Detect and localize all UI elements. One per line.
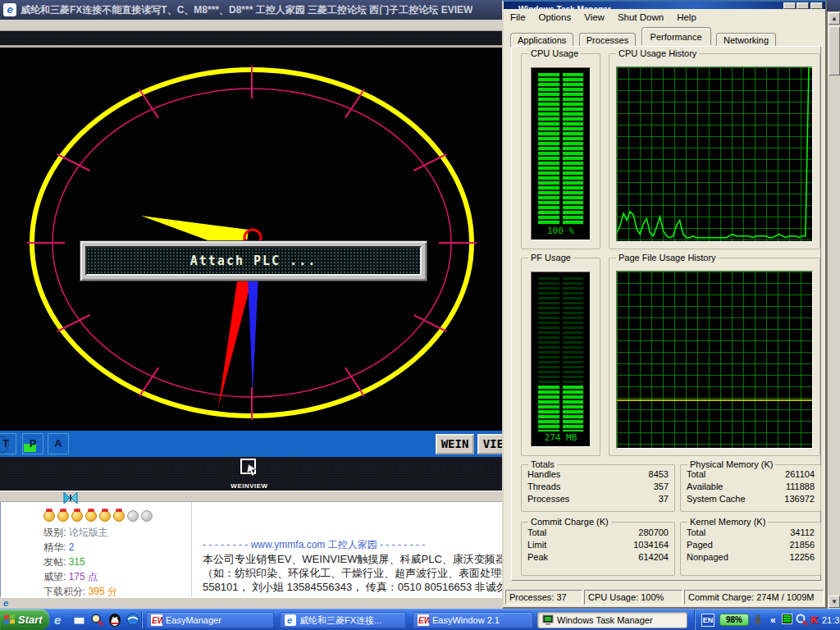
qq-penguin-icon[interactable] <box>108 613 122 627</box>
pf-usage-group: PF Usage 274 MB <box>521 258 600 456</box>
power-plug-icon[interactable] <box>752 614 764 626</box>
totals-group: Totals Handles8453 Threads357 Processes3… <box>521 464 675 512</box>
tray-clock: 21:30 <box>822 614 840 627</box>
windows-logo-icon <box>4 614 15 625</box>
physical-memory-group: Physical Memory (K) Total261104 Availabl… <box>680 464 821 512</box>
signature-line: （如：纺织印染、环保化工、干燥行业、超声波行业、表面处理行业、照 <box>203 566 503 580</box>
battery-indicator[interactable]: 98% <box>719 614 749 626</box>
tray-collapse-chevron[interactable]: « <box>770 614 776 627</box>
taskbar-button-easymanager[interactable]: EW EasyManager <box>146 612 274 628</box>
tab-networking[interactable]: Networking <box>716 33 776 47</box>
clock-graphic <box>0 48 502 431</box>
taskbar-button-taskmgr[interactable]: Windows Task Manager <box>537 612 687 628</box>
stat-prestige: 威望: 175 点 <box>43 569 117 584</box>
taskmgr-tabs: Applications Processes Performance Netwo… <box>510 27 819 47</box>
attach-plc-dialog-body: Attach PLC ... <box>85 246 422 276</box>
scroll-up-arrow-icon[interactable]: ▲ <box>829 12 840 25</box>
kernel-memory-group: Kernel Memory (K) Total34112 Paged21856 … <box>680 522 821 576</box>
ie-icon: e <box>285 614 296 626</box>
magnifier-tray-icon[interactable] <box>796 614 808 626</box>
totals-handles: Handles8453 <box>522 468 674 481</box>
maximize-button[interactable] <box>797 2 809 9</box>
close-button[interactable] <box>810 2 823 9</box>
taskbar-button-easywindow[interactable]: EW EasyWindow 2.1 <box>413 612 533 628</box>
taskmgr-titlebar[interactable]: Windows Task Manager <box>504 2 825 9</box>
hmi-button-wein[interactable]: WEIN <box>436 434 474 454</box>
browser-scrollbar[interactable]: ▲ ▼ <box>827 11 840 609</box>
gold-medal-icon <box>113 510 125 522</box>
taskbar-button-browser[interactable]: e 威纶和三菱FX连接... <box>280 612 406 628</box>
menu-shutdown[interactable]: Shut Down <box>611 12 670 22</box>
status-commit-charge: Commit Charge: 274M / 1009M <box>684 590 824 605</box>
cpu-history-group: CPU Usage History <box>609 53 820 249</box>
cpu-history-graph <box>616 66 813 242</box>
kernel-paged: Paged21856 <box>681 539 820 551</box>
taskmgr-tray-icon[interactable] <box>782 614 792 624</box>
physmem-total: Total261104 <box>681 468 820 481</box>
status-cpu-usage: CPU Usage: 100% <box>584 590 682 605</box>
start-button[interactable]: Start <box>0 609 49 630</box>
browser-content: 级别: 论坛版主 精华: 2 发帖: 315 威望: 175 点 下载积分: 3… <box>0 502 504 597</box>
stat-download-points: 下载积分: 395 分 <box>43 584 117 597</box>
search-magnifier-icon[interactable] <box>90 613 104 627</box>
browser-statusbar: e <box>0 597 504 609</box>
svg-text:e: e <box>287 615 292 625</box>
shortcut-window-icon[interactable] <box>72 613 86 627</box>
gold-medal-icon <box>71 510 83 522</box>
cpu-usage-group: CPU Usage 100 % <box>521 53 600 249</box>
taskbar: Start e EW EasyManager e 威纶和三菱FX连接 <box>0 609 840 630</box>
signature-line: 本公司专业销售EV、WEINVIEW触摸屏、科威PLC、康沃变频器、日本高 <box>203 552 503 566</box>
pf-usage-meter: 274 MB <box>531 272 591 447</box>
antivirus-tray-icon[interactable]: K <box>810 614 818 626</box>
menu-view[interactable]: View <box>578 12 611 22</box>
menu-file[interactable]: File <box>504 12 532 22</box>
media-player-icon[interactable] <box>126 613 140 627</box>
hmi-button-p[interactable]: P <box>22 433 43 454</box>
hmi-button-t[interactable]: T <box>0 433 16 454</box>
tab-applications[interactable]: Applications <box>510 33 573 47</box>
commit-limit: Limit1034164 <box>522 539 674 551</box>
gold-medal-icon <box>43 510 55 522</box>
kernel-total: Total34112 <box>681 527 820 539</box>
svg-text:EW: EW <box>418 616 429 625</box>
easywindow-icon: EW <box>418 614 429 626</box>
attach-plc-dialog: Attach PLC ... <box>80 240 427 281</box>
language-indicator[interactable]: EN <box>701 614 714 627</box>
tab-performance[interactable]: Performance <box>641 27 711 45</box>
commit-peak: Peak614204 <box>522 551 674 564</box>
ie-window-icon: e <box>3 3 16 16</box>
scroll-down-arrow-icon[interactable]: ▼ <box>829 596 840 608</box>
minimize-button[interactable] <box>783 2 796 9</box>
stat-posts: 发帖: 315 <box>43 555 117 569</box>
weinview-icon <box>239 458 260 477</box>
hmi-button-a[interactable]: A <box>48 433 69 454</box>
gold-medal-icon <box>85 510 97 522</box>
forum-user-stats: 级别: 论坛版主 精华: 2 发帖: 315 威望: 175 点 下载积分: 3… <box>43 525 117 597</box>
system-tray: EN 98% « K 21:30 <box>694 609 840 630</box>
menu-help[interactable]: Help <box>670 12 703 22</box>
ie-icon[interactable]: e <box>54 613 68 627</box>
browser-title: 威纶和三菱FX连接不能直接读写T、C、M8***、D8*** 工控人家园 三菱工… <box>21 3 472 17</box>
status-processes: Processes: 37 <box>505 590 582 605</box>
kernel-nonpaged: Nonpaged12256 <box>681 551 820 564</box>
easymanager-icon: EW <box>151 614 162 626</box>
totals-processes: Processes37 <box>522 493 674 505</box>
totals-threads: Threads357 <box>522 481 674 493</box>
hmi-canvas[interactable]: Attach PLC ... <box>0 45 502 431</box>
menu-options[interactable]: Options <box>532 12 578 22</box>
attach-plc-text: Attach PLC ... <box>190 253 317 268</box>
svg-text:EW: EW <box>152 616 162 625</box>
scrollbar-thumb[interactable] <box>829 26 840 75</box>
tab-processes[interactable]: Processes <box>579 33 636 47</box>
stat-essence: 精华: 2 <box>43 540 117 555</box>
taskmgr-menubar: File Options View Shut Down Help <box>504 9 825 25</box>
pf-history-graph <box>616 271 813 449</box>
cpu-usage-meter: 100 % <box>531 67 591 240</box>
signature-line: 558101， 刘小姐 13584556343， 传真：0510 8051665… <box>203 580 503 594</box>
taskmgr-icon <box>542 614 554 626</box>
pf-history-group: Page File Usage History <box>609 258 820 456</box>
forum-signature: - - - - - - - - www.ymmfa.com 工控人家园 - - … <box>203 538 503 594</box>
weinview-desktop-icon[interactable]: WEINVIEW <box>231 458 268 490</box>
signature-header[interactable]: - - - - - - - - www.ymmfa.com 工控人家园 - - … <box>203 538 503 552</box>
pf-usage-value: 274 MB <box>538 431 583 445</box>
